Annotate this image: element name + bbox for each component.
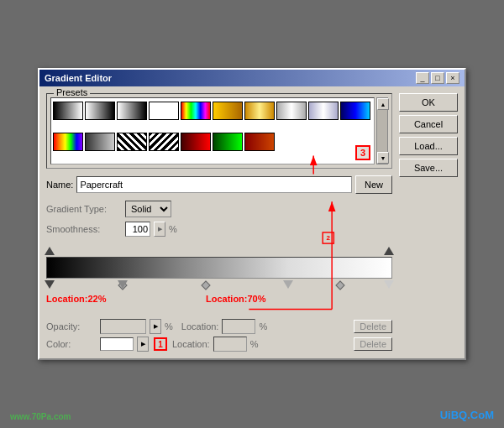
- swatch-17[interactable]: [244, 133, 275, 151]
- save-button[interactable]: Save...: [399, 159, 458, 177]
- swatch-1[interactable]: [53, 102, 83, 120]
- gradient-bar[interactable]: [46, 257, 392, 279]
- color-stop-right[interactable]: [384, 280, 394, 289]
- smoothness-input[interactable]: [125, 222, 150, 237]
- color-row: Color: ▶ 1 Location: % Delete: [46, 337, 392, 352]
- color-spin[interactable]: ▶: [137, 337, 149, 352]
- swatch-6[interactable]: [213, 102, 243, 120]
- opacity-stop-left[interactable]: [45, 247, 55, 255]
- location-annotations: Location:22% Location:70%: [46, 292, 392, 316]
- swatch-10[interactable]: [340, 102, 370, 120]
- ok-button[interactable]: OK: [399, 93, 458, 112]
- swatch-7[interactable]: [244, 102, 275, 120]
- close-button[interactable]: ×: [446, 72, 459, 84]
- swatch-16[interactable]: [213, 133, 243, 151]
- name-label: Name:: [46, 180, 73, 190]
- titlebar-buttons: _ □ ×: [416, 72, 459, 84]
- smoothness-percent: %: [169, 224, 177, 234]
- right-buttons-panel: OK Cancel Load... Save...: [399, 93, 458, 352]
- swatch-9[interactable]: [308, 102, 339, 120]
- maximize-button[interactable]: □: [431, 72, 444, 84]
- location-70-label: Location:70%: [206, 294, 266, 304]
- opacity-spin[interactable]: ▶: [150, 319, 161, 334]
- titlebar: Gradient Editor _ □ ×: [39, 70, 465, 86]
- presets-grid: 3: [50, 97, 375, 164]
- swatch-5[interactable]: [181, 102, 211, 120]
- swatch-14[interactable]: [149, 133, 179, 151]
- opacity-row: Opacity: ▶ % Location: % Delete: [46, 319, 392, 334]
- color-stop-22[interactable]: [118, 280, 128, 289]
- new-button[interactable]: New: [355, 175, 392, 194]
- scroll-track[interactable]: [377, 110, 387, 152]
- annotation-1-badge: 1: [154, 337, 167, 351]
- opacity-location-input[interactable]: [222, 319, 255, 334]
- gradient-type-label: Gradient Type:: [46, 204, 122, 214]
- left-area: Presets: [46, 93, 392, 352]
- opacity-row-label: Opacity:: [46, 321, 97, 331]
- swatch-8[interactable]: [276, 102, 307, 120]
- location-22-label: Location:22%: [46, 294, 107, 304]
- watermark-left: www.70Pa.com: [10, 412, 71, 421]
- color-delete-button[interactable]: Delete: [354, 337, 392, 351]
- color-stop-diamond-46[interactable]: [201, 280, 210, 290]
- opacity-delete-button[interactable]: Delete: [354, 320, 392, 333]
- watermark-right: UiBQ.CoM: [440, 409, 494, 421]
- minimize-button[interactable]: _: [416, 72, 429, 84]
- opacity-location-label: Location:: [181, 321, 219, 331]
- gradient-type-row: Gradient Type: Solid Noise: [46, 201, 392, 217]
- smoothness-spin[interactable]: ▶: [154, 222, 165, 237]
- swatch-12[interactable]: [85, 133, 115, 151]
- gradient-editor-dialog: Gradient Editor _ □ × Presets: [38, 68, 466, 360]
- gradient-bar-area: Location:22% Location:70%: [46, 243, 392, 316]
- smoothness-row: Smoothness: ▶ %: [46, 222, 392, 237]
- dialog-title: Gradient Editor: [45, 73, 112, 83]
- presets-label: Presets: [54, 87, 90, 97]
- opacity-stops-area: [46, 243, 392, 257]
- bottom-controls: Opacity: ▶ % Location: % Delete Color: ▶…: [46, 319, 392, 352]
- color-row-label: Color:: [46, 339, 97, 349]
- load-button[interactable]: Load...: [399, 137, 458, 155]
- smoothness-label: Smoothness:: [46, 224, 122, 234]
- presets-group: Presets: [46, 93, 392, 169]
- scroll-down[interactable]: ▼: [377, 152, 389, 164]
- color-location-input[interactable]: [213, 337, 247, 352]
- color-location-label: Location:: [172, 339, 210, 349]
- color-stop-left[interactable]: [45, 280, 55, 289]
- swatch-3[interactable]: [117, 102, 147, 120]
- annotation-3-badge: 3: [355, 145, 370, 160]
- color-swatch[interactable]: [100, 337, 134, 351]
- swatch-13[interactable]: [117, 133, 147, 151]
- opacity-location-percent: %: [259, 321, 267, 331]
- name-row: Name: New: [46, 175, 392, 194]
- color-stops-area: [46, 279, 392, 292]
- opacity-value-input[interactable]: [100, 319, 146, 334]
- opacity-percent: %: [165, 321, 173, 331]
- color-stop-70[interactable]: [283, 280, 293, 289]
- color-stop-diamond-85[interactable]: [336, 280, 345, 290]
- dialog-body: Presets: [39, 86, 465, 358]
- cancel-button[interactable]: Cancel: [399, 115, 458, 133]
- color-location-percent: %: [250, 339, 259, 349]
- name-input[interactable]: [76, 176, 352, 193]
- swatch-4[interactable]: [149, 102, 179, 120]
- swatch-11[interactable]: [53, 133, 83, 151]
- opacity-stop-right[interactable]: [384, 247, 394, 255]
- scroll-up[interactable]: ▲: [377, 98, 389, 110]
- swatch-2[interactable]: [85, 102, 115, 120]
- swatch-15[interactable]: [181, 133, 211, 151]
- gradient-type-select[interactable]: Solid Noise: [125, 201, 171, 217]
